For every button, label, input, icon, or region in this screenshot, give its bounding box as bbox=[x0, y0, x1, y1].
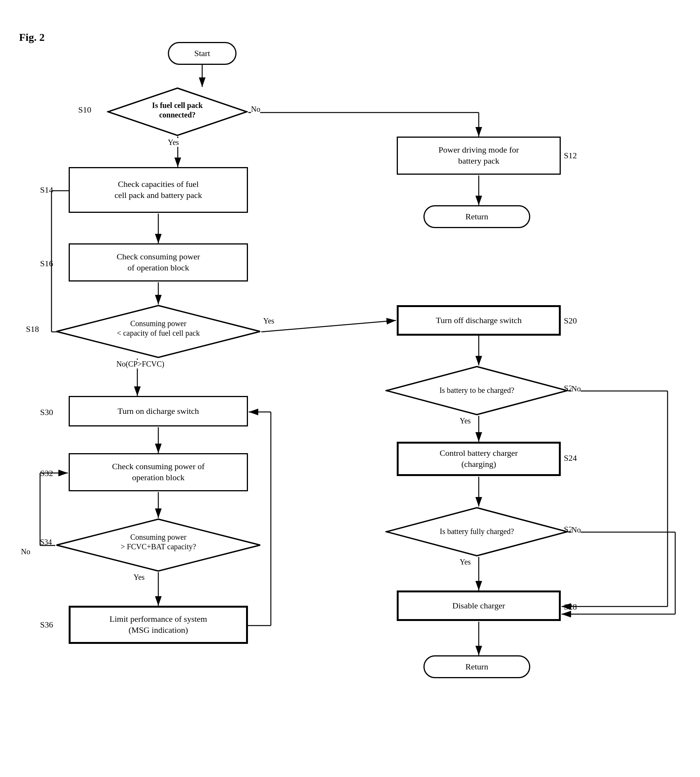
s14-label: S14 bbox=[40, 185, 53, 195]
s34-diamond: Consuming power > FCVC+BAT capacity? bbox=[55, 518, 261, 572]
svg-text:> FCVC+BAT capacity?: > FCVC+BAT capacity? bbox=[120, 542, 196, 551]
start-node: Start bbox=[168, 42, 237, 65]
s22-diamond: Is battery to be charged? bbox=[385, 365, 568, 416]
s36-label: S36 bbox=[40, 620, 53, 630]
svg-text:< capacity of fuel cell pack: < capacity of fuel cell pack bbox=[117, 329, 200, 338]
s32-label: S32 bbox=[40, 469, 53, 479]
svg-text:Is fuel cell pack: Is fuel cell pack bbox=[152, 101, 203, 110]
s28-node: Disable charger bbox=[397, 590, 561, 621]
yes-s10: Yes bbox=[168, 138, 179, 147]
s20-node: Turn off discharge switch bbox=[397, 305, 561, 336]
s10-diamond: Is fuel cell pack connected? bbox=[107, 87, 248, 137]
s30-label: S30 bbox=[40, 407, 53, 417]
s30-node: Turn on dicharge switch bbox=[69, 396, 248, 427]
s24-node: Control battery charger(charging) bbox=[397, 442, 561, 476]
yes-s18: Yes bbox=[263, 317, 274, 325]
s36-node: Limit performance of system(MSG indicati… bbox=[69, 606, 248, 644]
s34-label: S34 bbox=[40, 538, 52, 547]
svg-text:connected?: connected? bbox=[159, 111, 196, 119]
s16-label: S16 bbox=[40, 258, 53, 268]
s12-label: S12 bbox=[564, 151, 577, 160]
svg-text:Is battery fully charged?: Is battery fully charged? bbox=[440, 527, 514, 536]
yes-s22: Yes bbox=[460, 417, 471, 425]
yes-s26: Yes bbox=[460, 558, 471, 567]
s24-label: S24 bbox=[564, 453, 577, 463]
s28-label: S28 bbox=[564, 602, 577, 612]
s32-node: Check consuming power ofoperation block bbox=[69, 453, 248, 491]
s26-diamond: Is battery fully charged? bbox=[385, 507, 568, 557]
s16-node: Check consuming powerof operation block bbox=[69, 243, 248, 282]
svg-line-8 bbox=[261, 320, 396, 332]
s14-node: Check capacities of fuelcell pack and ba… bbox=[69, 167, 248, 213]
page-title: Fig. 2 bbox=[19, 30, 45, 44]
s18-diamond: Consuming power < capacity of fuel cell … bbox=[55, 304, 261, 358]
svg-text:Consuming power: Consuming power bbox=[130, 533, 187, 542]
no-s26: No bbox=[572, 525, 581, 534]
no-s10: No bbox=[251, 105, 260, 114]
s10-label: S10 bbox=[78, 105, 91, 115]
no-s34: No bbox=[21, 547, 30, 556]
svg-text:Consuming power: Consuming power bbox=[130, 319, 187, 328]
return1-node: Return bbox=[423, 205, 530, 228]
svg-text:Is battery to be charged?: Is battery to be charged? bbox=[440, 386, 514, 395]
no-s18: No(CP>FCVC) bbox=[117, 360, 164, 368]
yes-s34: Yes bbox=[133, 573, 145, 582]
return2-node: Return bbox=[423, 655, 530, 678]
flowchart: Fig. 2 Start Is fuel cell pack connected… bbox=[19, 30, 687, 763]
s12-node: Power driving mode forbattery pack bbox=[397, 137, 561, 175]
s20-label: S20 bbox=[564, 316, 577, 326]
s18-label: S18 bbox=[26, 324, 39, 334]
no-s22: No bbox=[572, 385, 581, 393]
